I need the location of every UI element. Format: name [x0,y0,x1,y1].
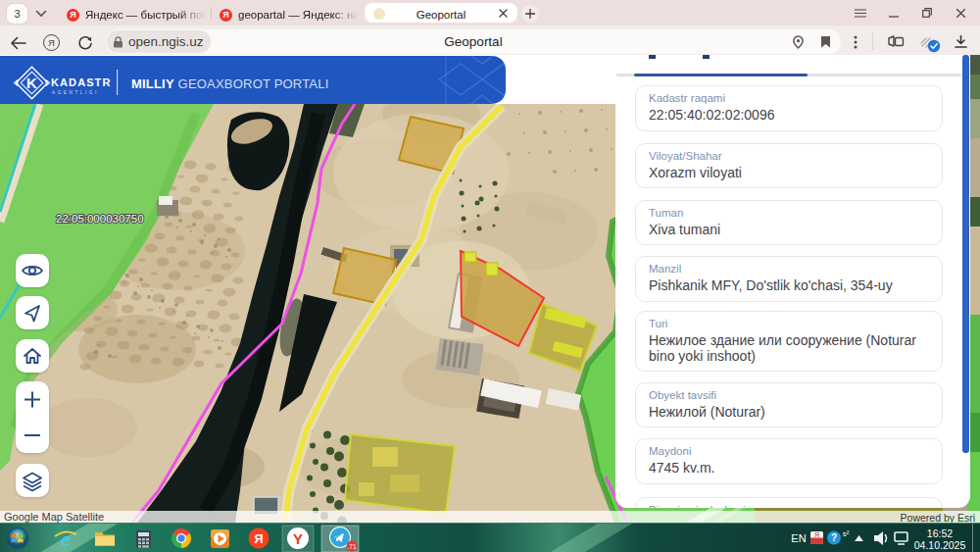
svg-text:16:52: 16:52 [927,527,953,539]
svg-text:.71: .71 [347,543,356,550]
svg-text:s²: s² [843,529,850,538]
svg-text:?: ? [831,532,837,543]
svg-text:Y: Y [293,530,303,547]
svg-text:Я: Я [254,531,263,546]
svg-text:Я: Я [814,531,819,538]
svg-text:MILLIY GEOAXBOROT PORTALI: MILLIY GEOAXBOROT PORTALI [131,76,329,91]
svg-text:K: K [26,75,37,91]
svg-text:22:05:000030750: 22:05:000030750 [56,213,144,225]
svg-text:EN: EN [791,532,806,544]
svg-text:AGENTLIGI: AGENTLIGI [52,90,99,95]
svg-text:04.10.2025: 04.10.2025 [914,539,966,551]
svg-text:e: e [61,527,71,551]
svg-text:KADASTR: KADASTR [51,76,111,88]
